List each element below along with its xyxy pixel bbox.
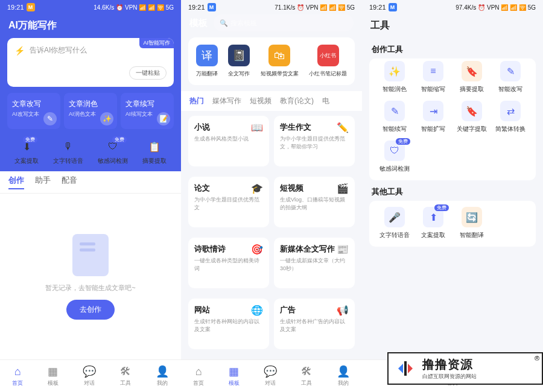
tool-extract[interactable]: 免费⬆文案提取 xyxy=(416,207,450,239)
tool-continue[interactable]: ✎智能续写 xyxy=(378,101,411,133)
svg-rect-0 xyxy=(404,361,407,376)
search-input[interactable]: 🔍搜索模板 xyxy=(214,14,354,31)
watermark-banner: 撸撸资源白嫖互联网资源的网站 ® xyxy=(387,352,543,385)
sparkle-icon: ✨ xyxy=(384,61,405,81)
tool-sensitive[interactable]: 免费🛡敏感词检测 xyxy=(98,139,128,165)
cat-video[interactable]: 短视频 xyxy=(250,96,272,106)
nav-chat[interactable]: 💬对话 xyxy=(264,365,277,387)
tool-keyword[interactable]: 🔖关键字提取 xyxy=(455,101,489,133)
feature-xhs[interactable]: 小红书小红书笔记标题 xyxy=(309,45,347,78)
bottom-nav: ⌂首页 ▦模板 💬对话 🛠工具 👤我的 xyxy=(181,359,362,392)
grad-icon: 🎓 xyxy=(251,183,263,194)
prompt-card[interactable]: AI智能写作 ⚡ 告诉AI你想写什么 一键粘贴 xyxy=(7,38,174,87)
m-badge-icon: M xyxy=(389,3,397,11)
m-badge-icon: M xyxy=(27,3,35,11)
template-icon: ▦ xyxy=(229,365,239,378)
bookmark-icon: 🔖 xyxy=(462,61,482,81)
clapper-icon: 🎬 xyxy=(337,183,349,194)
chat-icon: 💬 xyxy=(83,365,96,378)
card-shortvid[interactable]: 短视频生成Vlog、口播稿等短视频的拍摄大纲🎬 xyxy=(274,177,355,227)
tools-icon: 🛠 xyxy=(301,365,312,378)
tab-assistant[interactable]: 助手 xyxy=(35,175,51,189)
translate-icon: 🔄 xyxy=(462,207,482,227)
tool-shrink[interactable]: ≡智能缩写 xyxy=(416,61,450,93)
lines-icon: ≡ xyxy=(423,61,443,81)
section-create: 创作工具 xyxy=(362,38,543,58)
tool-convert[interactable]: ⇄简繁体转换 xyxy=(494,101,527,133)
phone-2-templates: 19:21M 71.1K/s⏰ VPN 📶 📶 🛜 5G 模板 🔍搜索模板 译万… xyxy=(181,0,362,392)
mic-icon: 🎙 xyxy=(60,139,76,154)
chat-icon: 💬 xyxy=(264,365,277,378)
cat-media[interactable]: 媒体写作 xyxy=(212,96,241,106)
nav-template[interactable]: ▦模板 xyxy=(48,365,59,387)
nav-home[interactable]: ⌂首页 xyxy=(12,365,23,387)
tool-rewrite[interactable]: ✎智能改写 xyxy=(494,61,527,93)
cat-edu[interactable]: 教育(论文) xyxy=(280,96,314,106)
action-continue[interactable]: 文章续写AI续写文本📝 xyxy=(121,93,174,129)
tool-summary[interactable]: 🔖摘要提取 xyxy=(455,61,489,93)
template-grid: 小说生成各种风格类型小说📖 学生作文为中小学生题目提供优秀范文，帮助你学习✏️ … xyxy=(181,111,362,359)
pen-icon: ✎ xyxy=(384,101,405,121)
nav-home[interactable]: ⌂首页 xyxy=(193,365,204,387)
card-novel[interactable]: 小说生成各种风格类型小说📖 xyxy=(188,116,269,166)
card-website[interactable]: 网站生成针对各种网站的内容以及文案🌐 xyxy=(188,299,269,349)
section-other: 其他工具 xyxy=(362,180,543,201)
paste-button[interactable]: 一键粘贴 xyxy=(129,66,167,80)
m-badge-icon: M xyxy=(208,3,216,11)
tool-extract[interactable]: 免费⬇文案提取 xyxy=(14,139,39,165)
mic-icon: 🎤 xyxy=(384,207,405,227)
feature-fullwrite[interactable]: 📓全文写作 xyxy=(228,45,250,78)
action-polish[interactable]: 文章润色AI润色文本✨ xyxy=(64,93,117,129)
card-newmedia[interactable]: 新媒体全文写作一键生成新媒体文章（大约30秒）📰 xyxy=(274,238,355,288)
nav-template[interactable]: ▦模板 xyxy=(229,365,240,387)
category-tabs: 热门 媒体写作 短视频 教育(论文) 电 xyxy=(181,91,362,111)
book-icon: 📖 xyxy=(251,122,263,133)
watermark-logo-icon xyxy=(393,356,418,381)
card-thesis[interactable]: 论文为中小学生题目提供优秀范文🎓 xyxy=(188,177,269,227)
ai-badge: AI智能写作 xyxy=(139,38,174,48)
megaphone-icon: 📢 xyxy=(337,305,349,316)
pencil-icon: ✏️ xyxy=(337,122,349,133)
xhs-icon: 小红书 xyxy=(317,45,339,66)
tool-summary[interactable]: 📋摘要提取 xyxy=(142,139,167,165)
user-icon: 👤 xyxy=(337,365,350,378)
empty-doc-icon xyxy=(72,234,109,276)
empty-state: 暂无记录，去智能生成文章吧~ 去创作 xyxy=(0,194,181,359)
nav-tools[interactable]: 🛠工具 xyxy=(120,365,131,387)
feature-translate[interactable]: 译万能翻译 xyxy=(196,45,218,78)
tool-polish[interactable]: ✨智能润色 xyxy=(378,61,411,93)
card-essay[interactable]: 学生作文为中小学生题目提供优秀范文，帮助你学习✏️ xyxy=(274,116,355,166)
edit-icon: ✎ xyxy=(500,61,521,81)
status-bar: 19:21M 97.4K/s⏰ VPN 📶 📶 🛜 5G xyxy=(362,0,543,14)
doc-icon: 📝 xyxy=(157,112,170,125)
nav-tools[interactable]: 🛠工具 xyxy=(301,365,312,387)
create-tools-grid: ✨智能润色 ≡智能缩写 🔖摘要提取 ✎智能改写 ✎智能续写 ⇥智能扩写 🔖关键字… xyxy=(369,58,536,180)
tool-tts[interactable]: 🎤文字转语音 xyxy=(378,207,411,239)
globe-icon: 🌐 xyxy=(251,305,263,316)
page-title: 模板 xyxy=(189,17,208,29)
tool-translate[interactable]: 🔄智能翻译 xyxy=(455,207,489,239)
nav-profile[interactable]: 👤我的 xyxy=(337,365,350,387)
wand-icon: ⚡ xyxy=(14,46,25,55)
search-icon: 🔍 xyxy=(220,19,228,27)
target-icon: 🎯 xyxy=(251,244,263,255)
create-button[interactable]: 去创作 xyxy=(66,300,115,320)
status-bar: 19:21M 14.6K/s⏰ VPN 📶 📶 🛜 5G xyxy=(0,0,181,14)
action-rewrite[interactable]: 文章改写AI改写文本✎ xyxy=(7,93,60,129)
cat-commerce[interactable]: 电 xyxy=(322,96,329,106)
card-ad[interactable]: 广告生成针对各种广告的内容以及文案📢 xyxy=(274,299,355,349)
nav-profile[interactable]: 👤我的 xyxy=(156,365,169,387)
tool-expand[interactable]: ⇥智能扩写 xyxy=(416,101,450,133)
nav-chat[interactable]: 💬对话 xyxy=(83,365,96,387)
card-poem[interactable]: 诗歌情诗一键生成各种类型的精美诗词🎯 xyxy=(188,238,269,288)
tab-dubbing[interactable]: 配音 xyxy=(62,175,77,189)
bag-icon: 🛍 xyxy=(268,45,290,66)
tool-tts[interactable]: 🎙文字转语音 xyxy=(53,139,83,165)
feature-shortvideo[interactable]: 🛍短视频带货文案 xyxy=(261,45,299,78)
tag-icon: 🔖 xyxy=(462,101,482,121)
cat-hot[interactable]: 热门 xyxy=(189,96,204,106)
action-cards: 文章改写AI改写文本✎ 文章润色AI润色文本✨ 文章续写AI续写文本📝 xyxy=(0,93,181,135)
tool-sensitive[interactable]: 免费🛡敏感词检测 xyxy=(378,141,411,173)
tab-create[interactable]: 创作 xyxy=(8,175,24,189)
swap-icon: ⇄ xyxy=(500,101,521,121)
